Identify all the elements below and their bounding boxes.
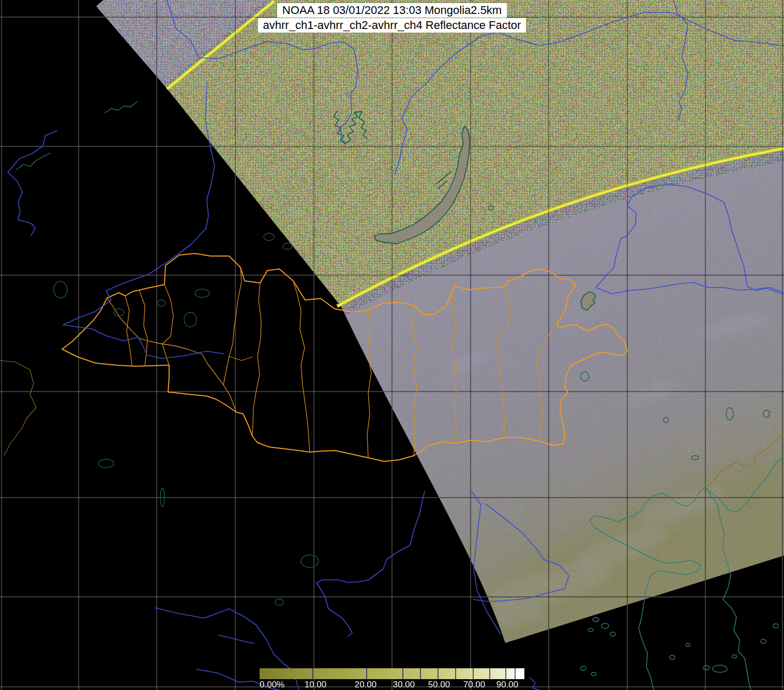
colorbar-label: 0.00% <box>260 680 284 689</box>
image-title-block: NOAA 18 03/01/2022 13:03 Mongolia2.5km a… <box>0 3 784 33</box>
colorbar-label: 70.00 <box>463 680 486 689</box>
colorbar-label: 50.00 <box>428 680 450 689</box>
title-line-1: NOAA 18 03/01/2022 13:03 Mongolia2.5km <box>277 3 507 18</box>
colorbar-label: 90.00 <box>496 680 519 689</box>
satellite-image-viewport: 0.00%10.0020.0030.0050.0070.0090.00 NOAA… <box>0 0 784 690</box>
satellite-map-image: 0.00%10.0020.0030.0050.0070.0090.00 <box>0 0 784 690</box>
colorbar-gradient-bar <box>260 668 524 679</box>
colorbar-label: 10.00 <box>305 680 327 689</box>
colorbar-label: 30.00 <box>393 680 415 689</box>
title-line-2: avhrr_ch1-avhrr_ch2-avhrr_ch4 Reflectanc… <box>258 18 526 33</box>
colorbar-label: 20.00 <box>355 680 377 689</box>
